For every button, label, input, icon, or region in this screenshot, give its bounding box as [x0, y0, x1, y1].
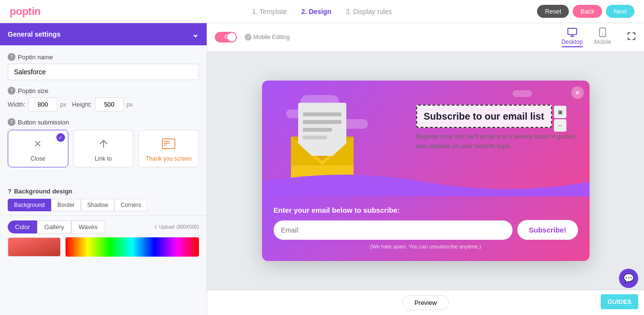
button-submission-help-icon[interactable]: ? [8, 118, 15, 126]
button-submission-group: ✓ ✕ Close Link to [8, 130, 199, 167]
height-px: px [127, 101, 133, 108]
desktop-icon [567, 27, 578, 38]
width-group: Width: px [8, 97, 66, 111]
reset-button[interactable]: Reset [537, 5, 569, 18]
step-1-num: 1. [252, 8, 258, 15]
color-tab-gallery[interactable]: Gallery [37, 220, 71, 233]
mobile-editing-text: Mobile Editing [253, 34, 289, 41]
height-label: Height: [72, 101, 92, 108]
top-nav: poptin 1. Template 2. Design 3. Display … [0, 0, 644, 23]
popup-form: Subscribe! [274, 220, 578, 240]
color-pickers [0, 237, 207, 261]
svg-rect-11 [303, 128, 332, 132]
svg-rect-9 [303, 112, 342, 116]
upload-button[interactable]: ⇧ Upload (800X500) [154, 224, 199, 230]
close-option[interactable]: ✓ ✕ Close [8, 130, 68, 167]
step-3-num: 3. [346, 8, 352, 15]
step-template[interactable]: 1. Template [252, 8, 287, 15]
copy-title-button[interactable]: ▣ [554, 106, 566, 118]
step-design[interactable]: 2. Design [302, 8, 331, 15]
mobile-label: Mobile [594, 39, 611, 45]
step-nav: 1. Template 2. Design 3. Display rules [252, 8, 392, 15]
svg-rect-10 [303, 120, 342, 124]
general-settings-title: General settings [8, 30, 61, 38]
close-checkmark: ✓ [56, 133, 65, 142]
step-2-num: 2. [302, 8, 307, 15]
toggle-off-label: OFF [224, 34, 235, 40]
chevron-down-icon: ⌄ [192, 29, 199, 40]
mobile-editing-toggle[interactable]: OFF [215, 32, 237, 42]
expand-button[interactable] [627, 31, 636, 43]
thank-you-option[interactable]: Thank you screen [138, 130, 199, 167]
button-submission-field: ? Button submission ✓ ✕ Close [8, 118, 199, 167]
preview-toolbar: OFF ? Mobile Editing Desktop [207, 23, 644, 52]
poptin-size-field: ? Poptin size Width: px Height: px [8, 87, 199, 111]
general-settings-header[interactable]: General settings ⌄ [0, 23, 207, 45]
preview-button[interactable]: Preview [402, 295, 448, 310]
popup-title-box[interactable]: Subscribe to our email list ▣ ↔ [416, 105, 552, 128]
popup-title: Subscribe to our email list [424, 110, 544, 122]
desktop-tab[interactable]: Desktop [562, 27, 583, 47]
link-to-option[interactable]: Link to [73, 130, 134, 167]
nav-buttons: Reset Back Next [537, 5, 634, 18]
size-row: Width: px Height: px [8, 97, 199, 111]
background-design-help-icon[interactable]: ? [8, 188, 12, 195]
resize-title-button[interactable]: ↔ [554, 119, 566, 132]
next-button[interactable]: Next [606, 5, 634, 18]
width-label: Width: [8, 101, 26, 108]
color-swatch[interactable] [8, 237, 61, 257]
popup-spam-text: (We hate spam. You can unsubscribe anyti… [274, 244, 578, 249]
expand-icon [627, 31, 636, 41]
close-label: Close [30, 155, 45, 162]
step-display-rules[interactable]: 3. Display rules [346, 8, 392, 15]
popup-subtitle: Register now and we'll email you a weekl… [416, 132, 580, 151]
svg-rect-0 [162, 139, 175, 149]
guides-button[interactable]: GUIDES [601, 294, 638, 309]
background-design-section: ? Background design [0, 182, 207, 199]
step-1-label: Template [260, 8, 287, 15]
width-px: px [60, 101, 66, 108]
bg-tab-border[interactable]: Border [51, 199, 81, 211]
popup-bottom-label: Enter your email below to subscribe: [274, 206, 578, 214]
poptin-name-label: ? Poptin name [8, 53, 199, 61]
mobile-editing-help-icon[interactable]: ? [245, 34, 251, 41]
thank-you-label: Thank you screen [145, 155, 191, 162]
button-submission-label: ? Button submission [8, 118, 199, 126]
width-input[interactable] [28, 97, 57, 111]
color-tab-waves[interactable]: Waves [71, 220, 105, 233]
logo-text: poptin [10, 5, 40, 17]
popup-close-button[interactable]: ✕ [571, 86, 584, 99]
popup-email-input[interactable] [274, 220, 513, 240]
popup-submit-button[interactable]: Subscribe! [517, 220, 578, 240]
bg-tab-corners[interactable]: Corners [114, 199, 147, 211]
rainbow-bar[interactable] [66, 237, 199, 257]
toggle-wrap: OFF [215, 32, 237, 42]
poptin-name-help-icon[interactable]: ? [8, 53, 15, 61]
mobile-tab[interactable]: Mobile [594, 27, 611, 47]
color-tab-color[interactable]: Color [8, 220, 37, 233]
link-icon [95, 135, 112, 152]
upload-size: (800X500) [176, 224, 199, 230]
device-tabs: Desktop Mobile [562, 27, 611, 47]
chat-button[interactable]: 💬 [619, 269, 638, 288]
poptin-name-field: ? Poptin name [8, 53, 199, 80]
poptin-name-input[interactable] [8, 64, 199, 80]
bg-tab-shadow[interactable]: Shadow [81, 199, 114, 211]
svg-rect-4 [567, 28, 576, 35]
popup-top-waves [262, 167, 590, 196]
general-settings-body: ? Poptin name ? Poptin size Width: px [0, 45, 207, 182]
popup-title-actions: ▣ ↔ [554, 106, 566, 132]
popup-text-area: Subscribe to our email list ▣ ↔ Register… [416, 105, 580, 151]
popup-container: ✕ [262, 81, 590, 261]
close-icon: ✕ [29, 135, 47, 152]
back-button[interactable]: Back [573, 5, 602, 18]
poptin-size-help-icon[interactable]: ? [8, 87, 15, 95]
bg-tab-background[interactable]: Background [8, 199, 51, 211]
background-design-title: Background design [14, 188, 72, 195]
preview-area: ✕ [207, 52, 644, 290]
left-panel: General settings ⌄ ? Poptin name ? Popti… [0, 23, 207, 315]
poptin-size-label: ? Poptin size [8, 87, 199, 95]
height-input[interactable] [95, 97, 124, 111]
popup-bottom: Enter your email below to subscribe: Sub… [262, 196, 590, 261]
color-type-tabs: Color Gallery Waves ⇧ Upload (800X500) [0, 216, 207, 237]
